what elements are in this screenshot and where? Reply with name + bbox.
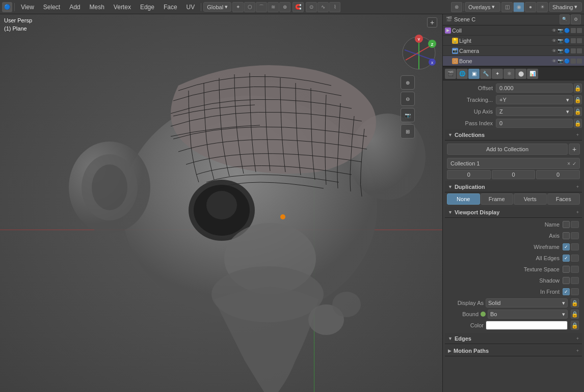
offset-lock-icon[interactable]: 🔒 — [574, 83, 582, 93]
color-lock-icon[interactable]: 🔒 — [571, 321, 579, 330]
pass-index-lock-icon[interactable]: 🔒 — [574, 119, 582, 128]
props-tab-material[interactable]: ⬤ — [515, 69, 526, 79]
menu-edge[interactable]: Edge — [136, 3, 158, 12]
menu-select[interactable]: Select — [39, 3, 64, 12]
motion-paths-expand-icon[interactable]: + — [576, 348, 579, 353]
collection-1-check-icon[interactable]: ✓ — [572, 161, 576, 166]
vp-shadow-lock-icon[interactable] — [571, 277, 579, 284]
menu-face[interactable]: Face — [160, 3, 181, 12]
navigation-gizmo[interactable]: Y Z X — [401, 35, 437, 71]
vp-in-front-checkbox[interactable]: ✓ — [563, 288, 570, 295]
new-collection-btn[interactable]: + — [569, 144, 580, 155]
global-dropdown[interactable]: Global ▾ — [203, 2, 231, 12]
add-gizmo-btn[interactable]: + — [427, 17, 437, 27]
shading-dropdown[interactable]: Shading ▾ — [549, 2, 582, 12]
outliner-settings-icon[interactable]: ⚙ — [571, 14, 581, 24]
vp-axis-lock-icon[interactable] — [571, 232, 579, 239]
up-axis-dropdown[interactable]: Z ▾ — [496, 107, 573, 116]
edges-expand-icon[interactable]: + — [576, 336, 579, 341]
coord-y[interactable]: 0 — [492, 170, 536, 179]
props-tab-physics[interactable]: ⚛ — [503, 69, 515, 79]
color-swatch[interactable] — [486, 321, 568, 330]
menu-uv[interactable]: UV — [182, 3, 199, 12]
motion-paths-section-header[interactable]: ▶ Motion Paths + — [445, 345, 582, 356]
props-tab-object[interactable]: ▣ — [468, 69, 480, 79]
snap-btn-1[interactable]: ⊙ — [306, 2, 317, 12]
eye-icon-2[interactable]: 👁 — [552, 38, 556, 43]
duplication-section-header[interactable]: ▼ Duplication + — [445, 181, 582, 192]
mode-btn-4[interactable]: ≋ — [268, 2, 279, 12]
viewport[interactable]: User Persp (1) Plane Y Z — [0, 14, 442, 392]
shading-rendered-icon[interactable]: ● — [525, 2, 536, 12]
pass-index-value[interactable]: 0 — [496, 119, 573, 128]
props-tab-render[interactable]: 🎬 — [445, 69, 456, 79]
render-icon-4[interactable]: 🔵 — [564, 59, 570, 64]
vp-wireframe-lock-icon[interactable] — [571, 243, 579, 250]
mode-btn-2[interactable]: ⬡ — [244, 2, 255, 12]
dup-verts-btn[interactable]: Verts — [514, 193, 547, 205]
viewport-display-section-header[interactable]: ▼ Viewport Display + — [445, 207, 582, 218]
menu-view[interactable]: View — [17, 3, 38, 12]
vp-texture-space-lock-icon[interactable] — [571, 266, 579, 273]
eye-icon-4[interactable]: 👁 — [552, 59, 556, 64]
tracking-dropdown[interactable]: +Y ▾ — [496, 95, 573, 104]
mode-btn-3[interactable]: ⌒ — [256, 2, 267, 12]
eye-icon-3[interactable]: 👁 — [552, 48, 556, 53]
add-to-collection-btn[interactable]: Add to Collection — [447, 144, 568, 155]
offset-value[interactable]: 0.000 — [496, 83, 573, 93]
up-axis-lock-icon[interactable]: 🔒 — [574, 107, 582, 116]
dup-faces-btn[interactable]: Faces — [547, 193, 580, 205]
duplication-expand-icon[interactable]: + — [576, 184, 579, 189]
vp-name-lock-icon[interactable] — [571, 221, 579, 228]
zoom-out-btn[interactable]: ⊖ — [401, 92, 415, 106]
camera-icon-2[interactable]: 📷 — [558, 38, 563, 43]
camera-icon-4[interactable]: 📷 — [558, 59, 563, 64]
orthographic-btn[interactable]: ⊞ — [401, 124, 415, 138]
outliner-filter-icon[interactable]: 🔍 — [560, 14, 570, 24]
bound-dropdown[interactable]: Bo ▾ — [488, 310, 568, 319]
vp-shadow-checkbox[interactable] — [563, 277, 570, 284]
menu-vertex[interactable]: Vertex — [110, 3, 135, 12]
vp-all-edges-checkbox[interactable]: ✓ — [563, 255, 570, 262]
display-as-dropdown[interactable]: Solid ▾ — [486, 298, 568, 307]
zoom-in-btn[interactable]: ⊕ — [401, 75, 415, 90]
vp-axis-checkbox[interactable] — [563, 232, 570, 239]
mode-btn-5[interactable]: ⊕ — [279, 2, 290, 12]
menu-mesh[interactable]: Mesh — [86, 3, 109, 12]
coord-x[interactable]: 0 — [447, 170, 491, 179]
vp-in-front-lock-icon[interactable] — [571, 288, 579, 295]
collections-expand-icon[interactable]: + — [576, 132, 579, 137]
menu-add[interactable]: Add — [65, 3, 84, 12]
blender-logo-icon[interactable]: 🔵 — [2, 2, 12, 12]
props-tab-particles[interactable]: ✦ — [492, 69, 503, 79]
render-icon-3[interactable]: 🔵 — [564, 48, 570, 53]
render-icon-2[interactable]: 🔵 — [564, 38, 570, 43]
props-tab-modifiers[interactable]: 🔧 — [480, 69, 491, 79]
coord-z[interactable]: 0 — [536, 170, 580, 179]
snap-btn-3[interactable]: ⌇ — [329, 2, 340, 12]
tracking-lock-icon[interactable]: 🔒 — [574, 95, 582, 104]
dup-frame-btn[interactable]: Frame — [481, 193, 514, 205]
vp-name-checkbox[interactable] — [563, 221, 570, 228]
collections-section-header[interactable]: ▼ Collections + — [445, 129, 582, 141]
eye-icon-1[interactable]: 👁 — [552, 28, 556, 33]
shading-solid-icon[interactable]: ◉ — [513, 2, 524, 12]
overlays-dropdown[interactable]: Overlays ▾ — [465, 2, 500, 12]
edges-section-header[interactable]: ▼ Edges + — [445, 333, 582, 344]
vp-all-edges-lock-icon[interactable] — [571, 255, 579, 262]
render-icon-1[interactable]: 🔵 — [564, 28, 570, 33]
shading-wire-icon[interactable]: ◫ — [501, 2, 513, 12]
props-tab-data[interactable]: 📊 — [527, 69, 538, 79]
vp-texture-space-checkbox[interactable] — [563, 266, 570, 273]
camera-view-btn[interactable]: 📷 — [401, 108, 415, 122]
collection-1-remove-icon[interactable]: × — [567, 161, 570, 166]
camera-icon-3[interactable]: 📷 — [558, 48, 563, 53]
viewport-display-expand-icon[interactable]: + — [576, 210, 579, 215]
snap-btn-2[interactable]: ∿ — [317, 2, 329, 12]
viewport-canvas[interactable]: User Persp (1) Plane Y Z — [0, 14, 442, 392]
bound-lock-icon[interactable]: 🔒 — [571, 310, 579, 319]
props-tab-scene[interactable]: 🌐 — [457, 69, 468, 79]
mode-btn-1[interactable]: ✦ — [232, 2, 244, 12]
display-as-lock-icon[interactable]: 🔒 — [571, 298, 579, 307]
proportional-icon[interactable]: ⊗ — [451, 2, 462, 12]
